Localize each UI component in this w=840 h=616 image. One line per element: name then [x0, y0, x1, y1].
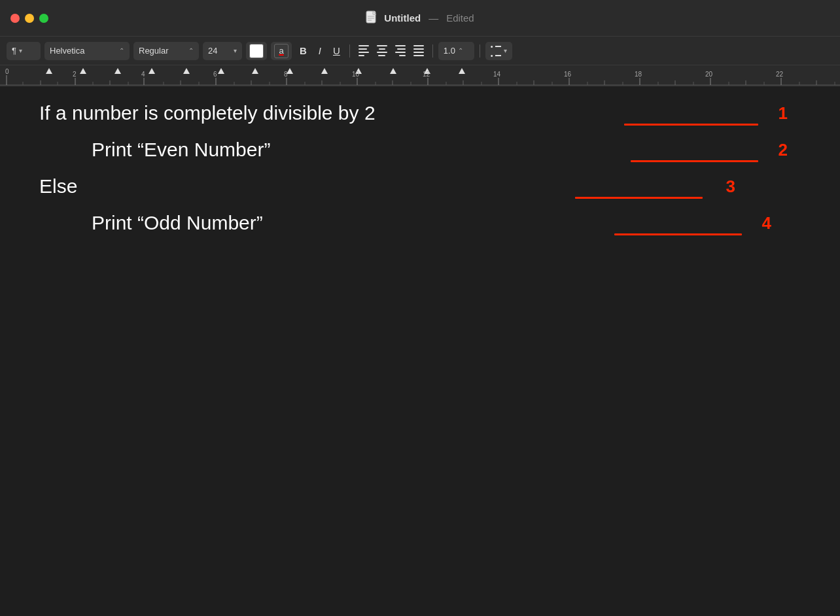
svg-text:6: 6 [213, 71, 217, 78]
toolbar-separator-2 [432, 44, 433, 58]
style-chevron-icon: ⌃ [188, 47, 194, 54]
line-1-container: If a number is completely divisible by 2… [39, 99, 807, 127]
title-separator: — [429, 12, 438, 24]
svg-text:10: 10 [352, 71, 360, 78]
svg-text:8: 8 [284, 71, 288, 78]
italic-button[interactable]: I [315, 42, 325, 60]
line-2-text: Print “Even Number” [39, 136, 807, 163]
bold-button[interactable]: B [296, 42, 311, 60]
minimize-button[interactable] [25, 14, 34, 23]
align-left-button[interactable] [355, 42, 372, 60]
font-style-button[interactable]: Regular ⌃ [133, 42, 199, 60]
line-1-underline [624, 124, 758, 126]
font-chevron-icon: ⌃ [119, 47, 124, 54]
ruler-svg: 0 2 4 6 8 10 12 14 16 18 20 22 [0, 65, 840, 86]
ruler: 0 2 4 6 8 10 12 14 16 18 20 22 [0, 65, 840, 86]
line-3-number: 3 [726, 177, 735, 197]
alignment-group [355, 42, 427, 60]
align-left-icon [359, 45, 369, 56]
list-icon: • • [491, 43, 501, 60]
line-1-number: 1 [779, 103, 788, 124]
align-center-icon [377, 45, 387, 56]
font-name-label: Helvetica [50, 46, 84, 56]
line-3-text: Else [39, 173, 807, 200]
svg-rect-4 [0, 65, 840, 86]
align-justify-button[interactable] [410, 42, 427, 60]
close-button[interactable] [10, 14, 20, 23]
svg-text:14: 14 [493, 71, 501, 78]
font-style-label: Regular [139, 46, 169, 56]
editor-area[interactable]: If a number is completely divisible by 2… [0, 86, 840, 616]
line-spacing-chevron: ⌃ [458, 47, 463, 54]
paragraph-icon: ¶ [12, 46, 16, 56]
svg-rect-0 [366, 11, 376, 23]
align-center-button[interactable] [374, 42, 391, 60]
italic-label: I [319, 45, 321, 56]
bold-label: B [300, 45, 307, 56]
font-size-button[interactable]: 24 ▾ [203, 42, 242, 60]
line-4-number: 4 [762, 213, 771, 233]
toolbar: ¶ ▾ Helvetica ⌃ Regular ⌃ 24 ▾ a B I U [0, 37, 840, 65]
line-3-container: Else 3 [39, 173, 807, 200]
underline-label: U [333, 45, 340, 56]
underline-button[interactable]: U [329, 42, 344, 60]
align-right-icon [395, 45, 406, 56]
line-4-underline [614, 233, 742, 235]
align-right-button[interactable] [392, 42, 409, 60]
svg-text:12: 12 [423, 71, 430, 78]
paragraph-chevron: ▾ [19, 47, 22, 54]
line-4-text: Print “Odd Number” [39, 209, 807, 237]
svg-text:20: 20 [705, 71, 713, 78]
line-3-underline [575, 197, 703, 199]
line-2-container: Print “Even Number” 2 [39, 136, 807, 163]
line-spacing-label: 1.0 [444, 46, 455, 56]
line-4-container: Print “Odd Number” 4 [39, 209, 807, 237]
svg-text:2: 2 [73, 71, 77, 78]
titlebar-content: Untitled — Edited [366, 10, 474, 26]
document-title: Untitled [384, 12, 421, 24]
line-2-number: 2 [779, 140, 788, 160]
titlebar: Untitled — Edited [0, 0, 840, 37]
svg-text:4: 4 [141, 71, 145, 78]
font-size-label: 24 [208, 46, 217, 56]
size-chevron-icon: ▾ [234, 47, 237, 54]
font-color-button[interactable]: a [271, 42, 292, 60]
document-icon [366, 10, 379, 26]
toolbar-separator-3 [480, 44, 480, 58]
maximize-button[interactable] [39, 14, 48, 23]
line-spacing-button[interactable]: 1.0 ⌃ [438, 42, 474, 60]
color-swatch [249, 44, 264, 58]
svg-text:16: 16 [564, 71, 572, 78]
line-2-underline [631, 160, 758, 162]
text-color-button[interactable] [246, 42, 267, 60]
document-status: Edited [446, 12, 474, 24]
line-1-text: If a number is completely divisible by 2 [39, 99, 807, 127]
traffic-lights [10, 14, 48, 23]
paragraph-style-button[interactable]: ¶ ▾ [7, 42, 41, 60]
align-justify-icon [413, 45, 424, 56]
toolbar-separator-1 [349, 44, 350, 58]
svg-text:22: 22 [776, 71, 784, 78]
svg-text:18: 18 [635, 71, 642, 78]
list-button[interactable]: • • ▾ [485, 42, 512, 60]
list-chevron-icon: ▾ [504, 47, 507, 54]
color-a-indicator: a [274, 44, 289, 58]
svg-text:0: 0 [5, 68, 9, 75]
font-name-button[interactable]: Helvetica ⌃ [44, 42, 130, 60]
